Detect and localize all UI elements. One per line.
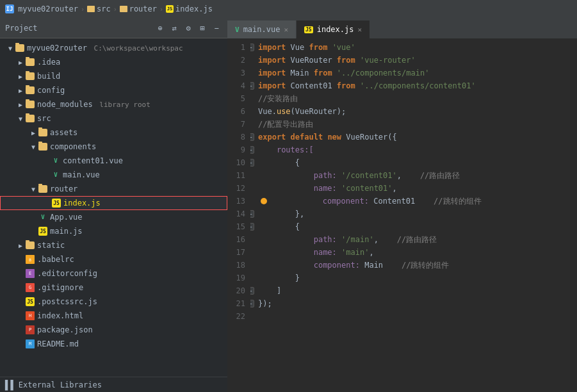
fold-4[interactable]: − xyxy=(250,82,254,90)
breadcrumb-router: router xyxy=(120,4,157,13)
code-line-19: } xyxy=(256,272,577,284)
root-name: myvue02router xyxy=(27,44,87,53)
code-line-21: − }); xyxy=(256,297,577,310)
fold-1[interactable]: − xyxy=(250,44,254,51)
tree-item-node-modules[interactable]: node_modules library root xyxy=(0,97,227,111)
tree-item-idea[interactable]: .idea xyxy=(0,55,227,69)
tree-item-config[interactable]: config xyxy=(0,83,227,97)
code-line-13: component: Content01 //跳转的组件 xyxy=(256,195,577,208)
index-js-icon xyxy=(52,199,61,208)
idea-folder-icon xyxy=(26,58,35,66)
editor-area: V main.vue ✕ JS index.js ✕ 12345 678910 … xyxy=(227,18,577,392)
tab-main-vue[interactable]: V main.vue ✕ xyxy=(227,20,297,38)
expand-static-arrow[interactable] xyxy=(15,240,26,250)
js-icon-breadcrumb: JS xyxy=(166,5,174,13)
expand-nodemodules-arrow[interactable] xyxy=(15,99,26,110)
tree-item-editorconfig[interactable]: E .editorconfig xyxy=(0,266,227,281)
tree-item-babelrc[interactable]: B .babelrc xyxy=(0,252,227,266)
tree-root[interactable]: myvue02router C:\workspace\workspac xyxy=(0,41,227,55)
fold-8[interactable]: − xyxy=(250,133,254,141)
expand-components-arrow[interactable] xyxy=(28,142,38,152)
expand-idea-arrow[interactable] xyxy=(15,57,26,67)
main-vue-icon xyxy=(51,170,60,179)
static-label: static xyxy=(37,241,65,250)
code-line-17: name: 'main', xyxy=(256,246,577,259)
tree-item-readme[interactable]: M README.md xyxy=(0,337,227,351)
code-line-7: //配置导出路由 xyxy=(256,118,577,131)
folder-icon-src xyxy=(87,6,95,12)
expand-root-arrow[interactable] xyxy=(5,43,15,53)
idea-label: .idea xyxy=(37,58,60,67)
components-folder-icon xyxy=(38,143,47,151)
external-libraries[interactable]: ▌▌ External Libraries xyxy=(0,377,227,392)
code-area[interactable]: − import Vue from 'vue' import VueRouter… xyxy=(250,38,577,392)
router-label: router xyxy=(50,184,77,193)
expand-build-arrow[interactable] xyxy=(15,71,26,81)
main-vue-label: main.vue xyxy=(63,170,100,179)
fold-9[interactable]: − xyxy=(250,146,254,154)
layout-icon[interactable]: ⊞ xyxy=(197,22,208,34)
settings-icon[interactable]: ⚙ xyxy=(183,22,194,34)
router-folder-icon xyxy=(38,185,47,193)
expand-src-arrow[interactable] xyxy=(15,113,26,124)
index-js-tab-close[interactable]: ✕ xyxy=(357,26,362,33)
tree-item-gitignore[interactable]: G .gitignore xyxy=(0,281,227,295)
static-folder-icon xyxy=(26,241,35,249)
content01-vue-label: content01.vue xyxy=(63,156,123,165)
code-line-18: component: Main //跳转的组件 xyxy=(256,259,577,272)
tree-item-app-vue[interactable]: App.vue xyxy=(0,210,227,224)
editor-content: 12345 678910 1112131415 1617181920 2122 … xyxy=(227,38,577,392)
index-js-tab-label: index.js xyxy=(317,25,354,34)
tree-item-content01-vue[interactable]: content01.vue xyxy=(0,154,227,168)
code-line-11: path: '/content01', //路由路径 xyxy=(256,169,577,182)
diff-icon[interactable]: ⇄ xyxy=(168,22,180,34)
postcss-icon xyxy=(26,297,35,306)
main-js-label: main.js xyxy=(50,227,83,236)
sidebar-label: Project xyxy=(5,24,150,33)
tree-item-main-vue[interactable]: main.vue xyxy=(0,168,227,182)
tree-item-router[interactable]: router xyxy=(0,182,227,196)
main-js-icon xyxy=(38,227,47,236)
index-js-label: index.js xyxy=(63,199,101,208)
fold-14[interactable]: − xyxy=(250,210,254,218)
app-vue-label: App.vue xyxy=(50,213,83,222)
expand-assets-arrow[interactable] xyxy=(28,127,38,138)
tree-item-assets[interactable]: assets xyxy=(0,126,227,140)
tree-item-index-js[interactable]: index.js xyxy=(0,196,227,210)
indexhtml-icon: H xyxy=(26,311,35,320)
main-container: Project ⊕ ⇄ ⚙ ⊞ − myvue02router C:\works… xyxy=(0,18,577,392)
breakpoint-bullet xyxy=(261,198,267,204)
tree-item-static[interactable]: static xyxy=(0,238,227,252)
tree-item-src[interactable]: src xyxy=(0,111,227,126)
fold-10[interactable]: − xyxy=(250,159,254,167)
tree-item-postcss[interactable]: .postcssrc.js xyxy=(0,295,227,309)
expand-config-arrow[interactable] xyxy=(15,85,26,95)
sidebar-icons: ⊕ ⇄ ⚙ ⊞ − xyxy=(154,22,222,34)
gitignore-label: .gitignore xyxy=(37,283,83,292)
fold-15[interactable]: − xyxy=(250,223,254,231)
fold-20[interactable]: − xyxy=(250,287,254,295)
fold-21[interactable]: − xyxy=(250,300,254,307)
expand-router-arrow[interactable] xyxy=(28,184,38,194)
tree-item-index-html[interactable]: H index.html xyxy=(0,309,227,323)
code-line-6: Vue.use(VueRouter); xyxy=(256,105,577,118)
tree-item-package-json[interactable]: P package.json xyxy=(0,323,227,337)
tab-index-js[interactable]: JS index.js ✕ xyxy=(297,20,370,38)
hide-icon[interactable]: − xyxy=(211,22,222,34)
app-icon: IJ xyxy=(5,4,14,13)
main-vue-tab-label: main.vue xyxy=(243,25,280,34)
ext-lib-bar-icon: ▌▌ xyxy=(5,380,16,390)
code-line-1: − import Vue from 'vue' xyxy=(256,41,577,54)
main-vue-tab-close[interactable]: ✕ xyxy=(284,26,288,33)
tree-item-components[interactable]: components xyxy=(0,140,227,154)
nodemodules-folder-icon xyxy=(26,101,35,108)
file-tree: myvue02router C:\workspace\workspac .ide… xyxy=(0,38,227,377)
editorconfig-label: .editorconfig xyxy=(37,269,97,278)
code-line-16: path: '/main', //路由路径 xyxy=(256,233,577,246)
packagejson-label: package.json xyxy=(37,325,93,334)
add-icon[interactable]: ⊕ xyxy=(154,22,166,34)
folder-icon-router xyxy=(120,6,127,12)
tree-item-main-js[interactable]: main.js xyxy=(0,224,227,238)
tabs-bar: V main.vue ✕ JS index.js ✕ xyxy=(227,18,577,38)
tree-item-build[interactable]: build xyxy=(0,69,227,83)
